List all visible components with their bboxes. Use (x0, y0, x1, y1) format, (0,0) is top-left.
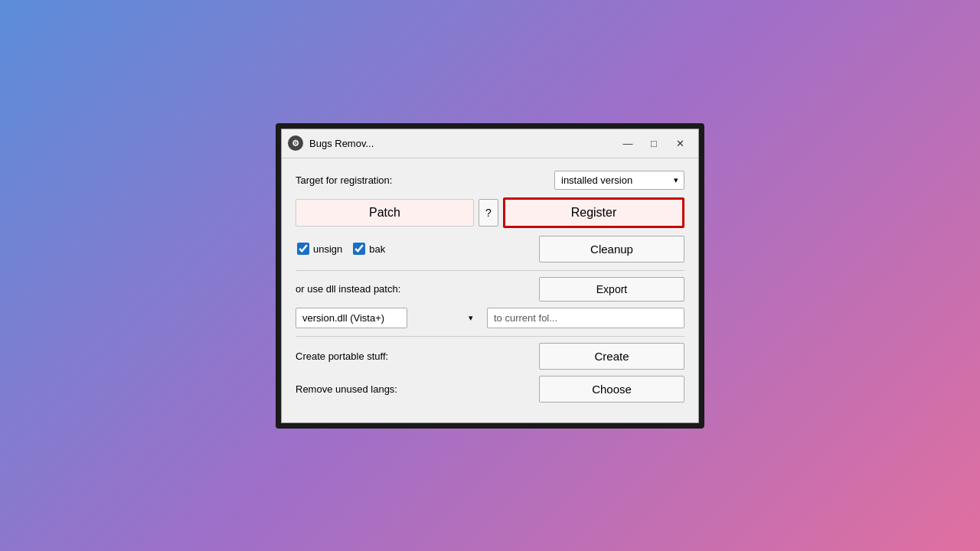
export-button[interactable]: Export (539, 277, 684, 302)
choose-button[interactable]: Choose (539, 376, 684, 403)
target-row: Target for registration: installed versi… (296, 171, 684, 190)
remove-langs-row: Remove unused langs: Choose (296, 376, 684, 403)
target-label: Target for registration: (296, 174, 392, 186)
close-button[interactable]: ✕ (668, 135, 692, 152)
titlebar: ⚙ Bugs Remov... — □ ✕ (282, 129, 698, 158)
register-button[interactable]: Register (503, 197, 684, 228)
dll-version-select[interactable]: version.dll (Vista+) winmm.dll wininet.d… (296, 308, 407, 328)
bak-checkbox-label[interactable]: bak (353, 243, 385, 255)
bak-checkbox[interactable] (353, 243, 365, 255)
dll-version-wrapper: version.dll (Vista+) winmm.dll wininet.d… (296, 308, 479, 328)
patch-button[interactable]: Patch (296, 199, 474, 227)
patch-register-row: Patch ? Register (296, 197, 684, 228)
app-icon: ⚙ (288, 135, 303, 151)
window-controls: — □ ✕ (616, 135, 692, 152)
dll-select-row: version.dll (Vista+) winmm.dll wininet.d… (296, 308, 684, 328)
checkbox-group: unsign bak (296, 243, 539, 255)
separator-1 (296, 270, 684, 271)
window-body: Target for registration: installed versi… (282, 158, 698, 422)
checkbox-cleanup-row: unsign bak Cleanup (296, 236, 684, 262)
main-window: ⚙ Bugs Remov... — □ ✕ Target for registr… (281, 129, 699, 423)
dll-row: or use dll instead patch: Export (296, 277, 684, 302)
cleanup-button[interactable]: Cleanup (539, 236, 684, 262)
minimize-button[interactable]: — (616, 135, 640, 152)
dll-select-arrow-icon: ▾ (469, 313, 473, 323)
help-button[interactable]: ? (479, 199, 498, 227)
maximize-button[interactable]: □ (642, 135, 666, 152)
bak-label: bak (369, 243, 385, 255)
window-title: Bugs Remov... (309, 138, 616, 149)
unsign-checkbox-label[interactable]: unsign (297, 243, 342, 255)
window-outer: ⚙ Bugs Remov... — □ ✕ Target for registr… (276, 123, 704, 429)
unsign-label: unsign (313, 243, 342, 255)
create-portable-label: Create portable stuff: (296, 350, 539, 362)
remove-langs-label: Remove unused langs: (296, 383, 539, 395)
separator-2 (296, 336, 684, 337)
version-select[interactable]: installed version custom version (554, 171, 684, 190)
dll-folder-label: to current fol... (487, 308, 684, 328)
window-wrapper: ⚙ Bugs Remov... — □ ✕ Target for registr… (281, 129, 699, 423)
create-portable-row: Create portable stuff: Create (296, 343, 684, 370)
dll-label: or use dll instead patch: (296, 283, 539, 295)
create-button[interactable]: Create (539, 343, 684, 370)
unsign-checkbox[interactable] (297, 243, 309, 255)
version-select-wrapper: installed version custom version ▾ (554, 171, 684, 190)
